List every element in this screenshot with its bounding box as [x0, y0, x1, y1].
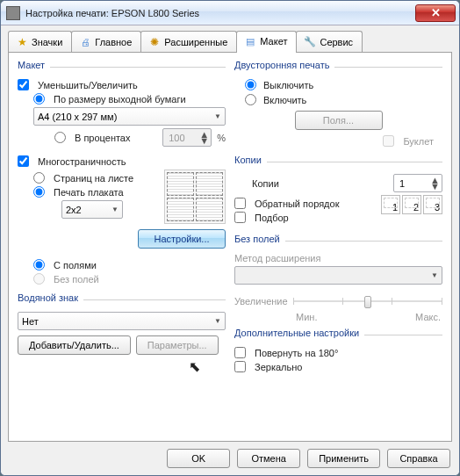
btn-add-remove-watermark[interactable]: Добавить/Удалить... — [18, 335, 131, 355]
window-title: Настройка печати: EPSON L800 Series — [25, 8, 415, 18]
group-borderless-title: Без полей — [234, 234, 280, 244]
rb-pages-per-sheet[interactable] — [33, 172, 45, 184]
tab-layout[interactable]: ▤Макет — [236, 31, 297, 53]
cb-mirror[interactable] — [234, 361, 246, 372]
rb-poster-label: Печать плаката — [54, 187, 124, 198]
cb-mirror-label: Зеркально — [255, 362, 302, 372]
cb-booklet-label: Буклет — [403, 136, 434, 147]
group-watermark-title: Водяной знак — [18, 292, 78, 303]
lbl-min: Мин. — [296, 312, 317, 322]
rb-borderless — [33, 273, 45, 285]
page-3-icon: 3 — [423, 195, 442, 214]
help-button[interactable]: Справка — [387, 449, 450, 468]
cb-reduce-enlarge-label: Уменьшить/Увеличить — [38, 80, 138, 90]
rb-poster[interactable] — [33, 186, 45, 198]
group-extra-title: Дополнительные настройки — [234, 328, 359, 338]
rb-fit-page[interactable] — [33, 93, 45, 105]
cb-collate-label: Подбор — [255, 213, 289, 223]
slider-thumb — [364, 296, 371, 308]
spin-buttons: ▲▼ — [199, 132, 209, 144]
rb-duplex-off-label: Выключить — [263, 80, 313, 90]
select-poster-size[interactable]: 2x2▼ — [61, 200, 123, 219]
select-paper-size[interactable]: A4 (210 x 297 мм)▼ — [33, 107, 226, 126]
lbl-max: Макс. — [415, 312, 441, 322]
poster-preview — [164, 169, 226, 224]
spin-copies[interactable]: 1▲▼ — [393, 174, 442, 192]
tab-main[interactable]: 🖨Главное — [71, 31, 141, 53]
cb-multipage[interactable] — [18, 155, 29, 167]
tab-service[interactable]: 🔧Сервис — [296, 31, 363, 53]
group-layout-title: Макет — [18, 60, 45, 70]
chevron-down-icon: ▼ — [214, 317, 221, 325]
rb-with-borders[interactable] — [33, 259, 45, 270]
lbl-enlargement: Увеличение — [234, 296, 288, 307]
rb-with-borders-label: С полями — [54, 260, 97, 270]
chevron-down-icon: ▼ — [111, 206, 119, 213]
btn-watermark-params: Параметры... — [136, 335, 219, 355]
dialog-buttons: OK Отмена Применить Справка — [8, 442, 452, 468]
rb-fit-page-label: По размеру выходной бумаги — [54, 94, 186, 105]
chevron-down-icon: ▼ — [214, 112, 221, 120]
lbl-expansion-method: Метод расширения — [234, 253, 320, 263]
lbl-copies: Копии — [252, 178, 279, 189]
group-copies-title: Копии — [234, 155, 262, 165]
close-button[interactable]: ✕ — [415, 4, 456, 22]
ok-button[interactable]: OK — [167, 449, 230, 468]
collate-preview: 1 2 3 — [381, 195, 442, 214]
btn-layout-settings[interactable]: Настройки... — [138, 229, 226, 249]
tab-icons[interactable]: ★Значки — [8, 31, 72, 53]
cb-multipage-label: Многостраничность — [38, 156, 126, 167]
select-expansion-method: ▼ — [234, 266, 442, 285]
page-icon: ▤ — [244, 35, 256, 47]
tab-advanced[interactable]: ✺Расширенные — [140, 31, 237, 53]
group-duplex-title: Двусторонняя печать — [234, 60, 329, 70]
select-watermark[interactable]: Нет▼ — [18, 312, 226, 330]
tab-panel: Макет Уменьшить/Увеличить По размеру вых… — [8, 52, 452, 442]
page-1-icon: 1 — [381, 195, 400, 214]
wrench-icon: 🔧 — [304, 36, 316, 48]
rb-percent-label: В процентах — [75, 133, 131, 143]
apply-button[interactable]: Применить — [307, 449, 380, 468]
star-icon: ★ — [16, 36, 28, 48]
percent-sign: % — [217, 133, 226, 143]
slider-enlargement — [293, 293, 442, 309]
gear-icon: ✺ — [148, 36, 161, 48]
spin-percent: 100▲▼ — [162, 128, 212, 147]
chevron-down-icon: ▼ — [431, 271, 438, 279]
btn-margins: Поля... — [295, 111, 383, 130]
cb-rotate-180[interactable] — [234, 347, 246, 358]
spin-buttons[interactable]: ▲▼ — [430, 177, 440, 190]
cb-rotate-180-label: Повернуть на 180° — [255, 348, 338, 358]
cb-reduce-enlarge[interactable] — [18, 79, 29, 90]
printer-icon: 🖨 — [79, 36, 91, 48]
tab-strip: ★Значки 🖨Главное ✺Расширенные ▤Макет 🔧Се… — [8, 31, 452, 53]
rb-percent[interactable] — [54, 132, 66, 143]
cb-reverse-order-label: Обратный порядок — [255, 198, 339, 209]
cb-booklet — [383, 135, 394, 147]
rb-duplex-on[interactable] — [245, 94, 256, 105]
cancel-button[interactable]: Отмена — [237, 449, 300, 468]
title-bar: Настройка печати: EPSON L800 Series ✕ — [1, 1, 459, 25]
cb-collate[interactable] — [234, 212, 246, 223]
rb-pages-per-sheet-label: Страниц на листе — [54, 173, 133, 184]
page-2-icon: 2 — [402, 195, 421, 214]
rb-borderless-label: Без полей — [54, 274, 99, 285]
rb-duplex-on-label: Включить — [263, 95, 306, 105]
cb-reverse-order[interactable] — [234, 198, 246, 209]
rb-duplex-off[interactable] — [245, 79, 256, 90]
printer-icon — [6, 6, 20, 20]
